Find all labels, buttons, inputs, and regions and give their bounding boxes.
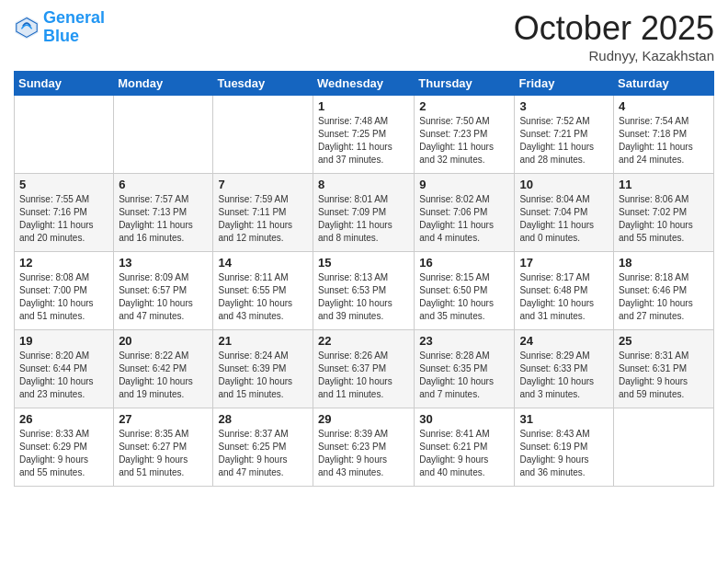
calendar-cell-4-5: 31Sunrise: 8:43 AM Sunset: 6:19 PM Dayli… — [515, 408, 614, 487]
calendar-cell-4-6 — [614, 408, 714, 487]
calendar-cell-1-4: 9Sunrise: 8:02 AM Sunset: 7:06 PM Daylig… — [415, 174, 515, 252]
col-friday: Friday — [515, 72, 614, 96]
col-saturday: Saturday — [614, 72, 714, 96]
day-number: 22 — [318, 334, 409, 348]
day-number: 25 — [619, 334, 709, 348]
day-info: Sunrise: 8:35 AM Sunset: 6:27 PM Dayligh… — [119, 428, 208, 479]
day-info: Sunrise: 8:01 AM Sunset: 7:09 PM Dayligh… — [318, 193, 409, 245]
day-number: 9 — [419, 178, 509, 191]
day-info: Sunrise: 8:26 AM Sunset: 6:37 PM Dayligh… — [318, 350, 409, 401]
calendar-cell-3-5: 24Sunrise: 8:29 AM Sunset: 6:33 PM Dayli… — [515, 330, 614, 408]
svg-marker-0 — [15, 16, 38, 39]
calendar-cell-4-2: 28Sunrise: 8:37 AM Sunset: 6:25 PM Dayli… — [213, 408, 313, 487]
day-number: 12 — [19, 256, 108, 270]
day-number: 2 — [419, 99, 509, 113]
day-info: Sunrise: 8:28 AM Sunset: 6:35 PM Dayligh… — [419, 350, 509, 401]
calendar-cell-3-3: 22Sunrise: 8:26 AM Sunset: 6:37 PM Dayli… — [313, 330, 415, 408]
calendar-cell-3-0: 19Sunrise: 8:20 AM Sunset: 6:44 PM Dayli… — [15, 330, 114, 408]
calendar-cell-3-4: 23Sunrise: 8:28 AM Sunset: 6:35 PM Dayli… — [415, 330, 515, 408]
calendar-cell-4-3: 29Sunrise: 8:39 AM Sunset: 6:23 PM Dayli… — [313, 408, 415, 487]
logo-icon — [14, 15, 40, 40]
day-info: Sunrise: 8:33 AM Sunset: 6:29 PM Dayligh… — [19, 428, 108, 479]
calendar-cell-4-4: 30Sunrise: 8:41 AM Sunset: 6:21 PM Dayli… — [415, 408, 515, 487]
title-location: Rudnyy, Kazakhstan — [514, 48, 714, 63]
day-number: 20 — [119, 334, 208, 348]
day-info: Sunrise: 8:17 AM Sunset: 6:48 PM Dayligh… — [519, 271, 609, 323]
calendar-cell-3-6: 25Sunrise: 8:31 AM Sunset: 6:31 PM Dayli… — [614, 330, 714, 408]
day-number: 13 — [119, 256, 208, 270]
day-number: 17 — [519, 256, 609, 270]
calendar-cell-0-3: 1Sunrise: 7:48 AM Sunset: 7:25 PM Daylig… — [313, 96, 415, 174]
calendar-cell-2-0: 12Sunrise: 8:08 AM Sunset: 7:00 PM Dayli… — [15, 252, 114, 330]
day-number: 24 — [519, 334, 609, 348]
calendar-cell-0-6: 4Sunrise: 7:54 AM Sunset: 7:18 PM Daylig… — [614, 96, 714, 174]
calendar-cell-2-1: 13Sunrise: 8:09 AM Sunset: 6:57 PM Dayli… — [114, 252, 213, 330]
col-tuesday: Tuesday — [213, 72, 313, 96]
day-info: Sunrise: 7:55 AM Sunset: 7:16 PM Dayligh… — [19, 193, 108, 245]
day-number: 27 — [119, 412, 208, 426]
day-info: Sunrise: 7:57 AM Sunset: 7:13 PM Dayligh… — [119, 193, 208, 245]
calendar-cell-2-4: 16Sunrise: 8:15 AM Sunset: 6:50 PM Dayli… — [415, 252, 515, 330]
day-number: 11 — [619, 178, 709, 191]
calendar-cell-2-2: 14Sunrise: 8:11 AM Sunset: 6:55 PM Dayli… — [213, 252, 313, 330]
header: General Blue October 2025 Rudnyy, Kazakh… — [14, 9, 714, 63]
col-thursday: Thursday — [415, 72, 515, 96]
week-row-1: 1Sunrise: 7:48 AM Sunset: 7:25 PM Daylig… — [15, 96, 714, 174]
calendar-cell-0-1 — [114, 96, 213, 174]
day-info: Sunrise: 7:50 AM Sunset: 7:23 PM Dayligh… — [419, 115, 509, 167]
col-sunday: Sunday — [15, 72, 114, 96]
week-row-4: 19Sunrise: 8:20 AM Sunset: 6:44 PM Dayli… — [15, 330, 714, 408]
col-monday: Monday — [114, 72, 213, 96]
day-info: Sunrise: 8:41 AM Sunset: 6:21 PM Dayligh… — [419, 428, 509, 479]
day-number: 18 — [619, 256, 709, 270]
day-info: Sunrise: 8:15 AM Sunset: 6:50 PM Dayligh… — [419, 271, 509, 323]
day-number: 21 — [218, 334, 308, 348]
col-wednesday: Wednesday — [313, 72, 415, 96]
title-month: October 2025 — [514, 9, 714, 48]
calendar: Sunday Monday Tuesday Wednesday Thursday… — [14, 71, 714, 487]
day-number: 14 — [218, 256, 308, 270]
day-info: Sunrise: 8:43 AM Sunset: 6:19 PM Dayligh… — [519, 428, 609, 479]
day-number: 23 — [419, 334, 509, 348]
day-info: Sunrise: 7:59 AM Sunset: 7:11 PM Dayligh… — [218, 193, 308, 245]
day-info: Sunrise: 8:24 AM Sunset: 6:39 PM Dayligh… — [218, 350, 308, 401]
day-number: 15 — [318, 256, 409, 270]
day-number: 28 — [218, 412, 308, 426]
calendar-cell-1-5: 10Sunrise: 8:04 AM Sunset: 7:04 PM Dayli… — [515, 174, 614, 252]
day-info: Sunrise: 8:29 AM Sunset: 6:33 PM Dayligh… — [519, 350, 609, 401]
calendar-cell-1-6: 11Sunrise: 8:06 AM Sunset: 7:02 PM Dayli… — [614, 174, 714, 252]
calendar-cell-1-2: 7Sunrise: 7:59 AM Sunset: 7:11 PM Daylig… — [213, 174, 313, 252]
day-number: 19 — [19, 334, 108, 348]
calendar-cell-3-1: 20Sunrise: 8:22 AM Sunset: 6:42 PM Dayli… — [114, 330, 213, 408]
day-info: Sunrise: 8:31 AM Sunset: 6:31 PM Dayligh… — [619, 350, 709, 401]
calendar-cell-2-6: 18Sunrise: 8:18 AM Sunset: 6:46 PM Dayli… — [614, 252, 714, 330]
day-info: Sunrise: 7:54 AM Sunset: 7:18 PM Dayligh… — [619, 115, 709, 167]
day-info: Sunrise: 8:11 AM Sunset: 6:55 PM Dayligh… — [218, 271, 308, 323]
logo: General Blue — [14, 9, 105, 46]
day-info: Sunrise: 8:09 AM Sunset: 6:57 PM Dayligh… — [119, 271, 208, 323]
day-number: 29 — [318, 412, 409, 426]
day-number: 30 — [419, 412, 509, 426]
day-number: 6 — [119, 178, 208, 191]
day-info: Sunrise: 8:02 AM Sunset: 7:06 PM Dayligh… — [419, 193, 509, 245]
day-info: Sunrise: 8:22 AM Sunset: 6:42 PM Dayligh… — [119, 350, 208, 401]
week-row-3: 12Sunrise: 8:08 AM Sunset: 7:00 PM Dayli… — [15, 252, 714, 330]
week-row-2: 5Sunrise: 7:55 AM Sunset: 7:16 PM Daylig… — [15, 174, 714, 252]
calendar-cell-0-2 — [213, 96, 313, 174]
day-number: 1 — [318, 99, 409, 113]
title-block: October 2025 Rudnyy, Kazakhstan — [514, 9, 714, 63]
calendar-cell-1-3: 8Sunrise: 8:01 AM Sunset: 7:09 PM Daylig… — [313, 174, 415, 252]
calendar-cell-0-0 — [15, 96, 114, 174]
calendar-header-row: Sunday Monday Tuesday Wednesday Thursday… — [15, 72, 714, 96]
day-number: 7 — [218, 178, 308, 191]
calendar-cell-0-5: 3Sunrise: 7:52 AM Sunset: 7:21 PM Daylig… — [515, 96, 614, 174]
day-info: Sunrise: 8:04 AM Sunset: 7:04 PM Dayligh… — [519, 193, 609, 245]
day-info: Sunrise: 8:06 AM Sunset: 7:02 PM Dayligh… — [619, 193, 709, 245]
day-number: 5 — [19, 178, 108, 191]
day-info: Sunrise: 7:48 AM Sunset: 7:25 PM Dayligh… — [318, 115, 409, 167]
calendar-cell-0-4: 2Sunrise: 7:50 AM Sunset: 7:23 PM Daylig… — [415, 96, 515, 174]
day-number: 26 — [19, 412, 108, 426]
calendar-cell-3-2: 21Sunrise: 8:24 AM Sunset: 6:39 PM Dayli… — [213, 330, 313, 408]
logo-text: General Blue — [43, 9, 105, 46]
day-number: 10 — [519, 178, 609, 191]
